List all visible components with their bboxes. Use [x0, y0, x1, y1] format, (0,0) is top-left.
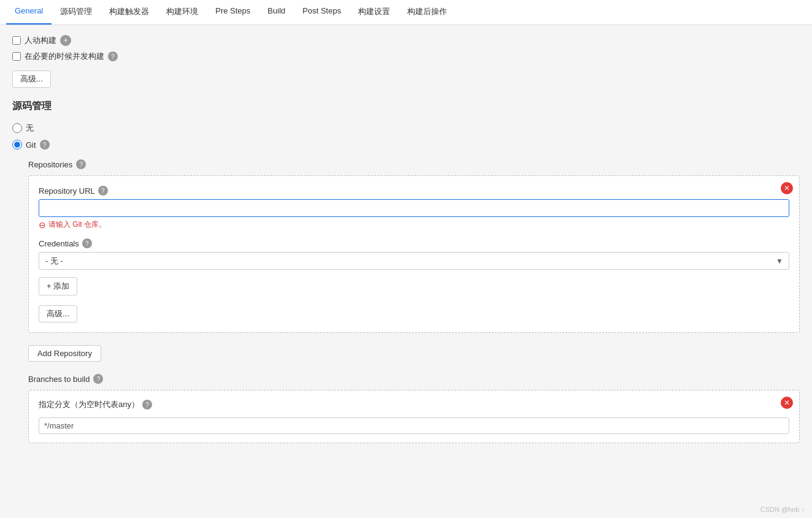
- credentials-select-wrapper: - 无 - ▼: [39, 252, 789, 270]
- scm-none-row: 无: [12, 123, 800, 134]
- tab-poststeps[interactable]: Post Steps: [294, 0, 350, 25]
- scm-git-label: Git: [26, 140, 36, 150]
- branch-card: ✕ 指定分支（为空时代表any） ?: [28, 390, 800, 443]
- tab-bar: General 源码管理 构建触发器 构建环境 Pre Steps Build …: [0, 0, 812, 25]
- scm-radio-group: 无 Git ?: [12, 123, 800, 150]
- repo-url-input[interactable]: [39, 199, 789, 217]
- top-options: 人动构建 + 在必要的时候并发构建 ? 高级...: [12, 35, 800, 88]
- credentials-select[interactable]: - 无 -: [39, 252, 789, 270]
- page-content: 人动构建 + 在必要的时候并发构建 ? 高级... 源码管理 无 Git ?: [0, 25, 812, 516]
- tab-trigger[interactable]: 构建触发器: [101, 0, 158, 25]
- branches-help-icon[interactable]: ?: [93, 374, 103, 384]
- build-necessary-label: 在必要的时候并发构建: [25, 51, 104, 62]
- branch-input[interactable]: [39, 417, 789, 434]
- repositories-section: Repositories ? ✕ Repository URL ? ⊖ 请输入 …: [28, 159, 800, 443]
- watermark: CSDN @hnb ↑: [760, 506, 805, 513]
- build-necessary-checkbox[interactable]: [12, 52, 21, 61]
- scm-section: 源码管理 无 Git ? Repositories ? ✕: [12, 100, 800, 443]
- scm-git-row: Git ?: [12, 140, 800, 150]
- build-necessary-help-icon[interactable]: ?: [108, 51, 118, 61]
- auto-build-row: 人动构建 +: [12, 35, 800, 46]
- error-message: 请输入 Git 仓库。: [48, 219, 106, 230]
- branch-close-button[interactable]: ✕: [781, 397, 793, 409]
- branches-header: Branches to build ?: [28, 374, 800, 384]
- branches-section: Branches to build ? ✕ 指定分支（为空时代表any） ?: [28, 374, 800, 443]
- repo-url-label: Repository URL: [39, 186, 95, 196]
- repo-url-error-row: ⊖ 请输入 Git 仓库。: [39, 219, 789, 230]
- top-advanced-button[interactable]: 高级...: [12, 70, 51, 88]
- repo-advanced-button[interactable]: 高级...: [39, 305, 77, 322]
- tab-postbuild[interactable]: 构建后操作: [399, 0, 456, 25]
- scm-none-label: 无: [26, 123, 34, 134]
- branch-field-label: 指定分支（为空时代表any） ?: [39, 399, 789, 410]
- repo-close-button[interactable]: ✕: [781, 182, 793, 194]
- repositories-label: Repositories: [28, 160, 72, 169]
- credentials-label: Credentials: [39, 239, 79, 248]
- tab-build[interactable]: Build: [259, 0, 294, 25]
- repo-url-help-icon[interactable]: ?: [98, 186, 108, 196]
- scm-git-radio[interactable]: [12, 140, 22, 150]
- repository-card: ✕ Repository URL ? ⊖ 请输入 Git 仓库。 Credent…: [28, 175, 800, 333]
- add-repository-button[interactable]: Add Repository: [28, 345, 101, 362]
- tab-source[interactable]: 源码管理: [52, 0, 101, 25]
- repositories-help-icon[interactable]: ?: [76, 159, 86, 169]
- error-icon: ⊖: [39, 220, 46, 230]
- tab-env[interactable]: 构建环境: [158, 0, 207, 25]
- repo-url-field-label: Repository URL ?: [39, 186, 789, 196]
- credentials-help-icon[interactable]: ?: [82, 238, 92, 248]
- credentials-field-label: Credentials ?: [39, 238, 789, 248]
- auto-build-checkbox[interactable]: [12, 36, 21, 45]
- branch-label: 指定分支（为空时代表any）: [39, 399, 139, 410]
- scm-none-radio[interactable]: [12, 123, 22, 133]
- scm-title: 源码管理: [12, 100, 800, 113]
- plus-badge-icon[interactable]: +: [60, 35, 71, 46]
- build-necessary-row: 在必要的时候并发构建 ?: [12, 51, 800, 62]
- repositories-header: Repositories ?: [28, 159, 800, 169]
- branches-label: Branches to build: [28, 375, 90, 384]
- tab-general[interactable]: General: [6, 0, 52, 25]
- add-credentials-button[interactable]: + 添加: [39, 277, 77, 295]
- tab-settings[interactable]: 构建设置: [350, 0, 399, 25]
- tab-presteps[interactable]: Pre Steps: [207, 0, 259, 25]
- scm-git-help-icon[interactable]: ?: [40, 140, 50, 150]
- auto-build-label: 人动构建: [25, 35, 56, 46]
- branch-help-icon[interactable]: ?: [142, 400, 152, 409]
